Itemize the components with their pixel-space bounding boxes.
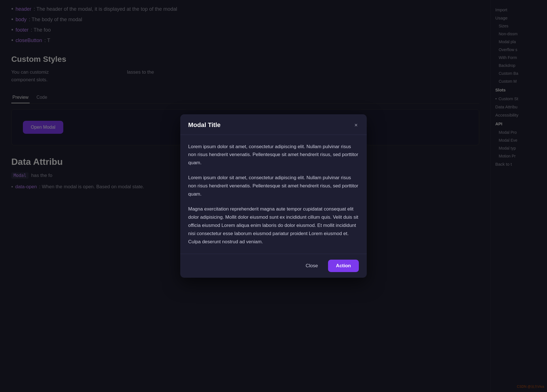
modal-paragraph-1: Lorem ipsum dolor sit amet, consectetur … [188, 143, 359, 167]
modal-close-icon-button[interactable]: × [353, 121, 359, 129]
modal-header: Modal Title × [180, 114, 367, 135]
modal-close-button[interactable]: Close [300, 260, 324, 271]
modal-action-button[interactable]: Action [328, 260, 359, 272]
modal-paragraph-2: Lorem ipsum dolor sit amet, consectetur … [188, 174, 359, 198]
modal-footer: Close Action [180, 254, 367, 278]
modal-title: Modal Title [188, 121, 221, 129]
modal-body: Lorem ipsum dolor sit amet, consectetur … [180, 135, 367, 254]
modal-paragraph-3: Magna exercitation reprehenderit magna a… [188, 205, 359, 246]
modal-overlay[interactable]: Modal Title × Lorem ipsum dolor sit amet… [0, 0, 547, 392]
modal: Modal Title × Lorem ipsum dolor sit amet… [180, 114, 367, 278]
